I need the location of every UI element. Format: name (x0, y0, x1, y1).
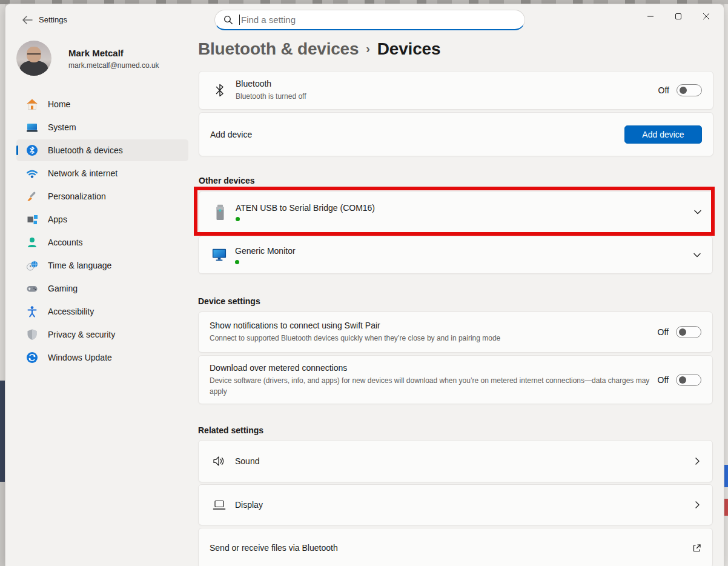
monitor-icon (212, 247, 227, 262)
maximize-button[interactable] (664, 4, 692, 28)
related-row-label: Display (235, 500, 263, 510)
related-row-sound[interactable]: Sound (198, 440, 713, 482)
sidebar-item-label: Gaming (48, 284, 78, 293)
gaming-icon (26, 282, 38, 295)
swift-pair-toggle[interactable] (676, 326, 701, 338)
page-title: Devices (377, 39, 440, 58)
device-row-aten[interactable]: ATEN USB to Serial Bridge (COM16) (199, 191, 713, 233)
breadcrumb: Bluetooth & devices›Devices (198, 39, 440, 59)
sidebar-item-label: Apps (48, 215, 67, 224)
background-app-right-strip (724, 4, 728, 566)
bluetooth-toggle-label: Off (658, 85, 669, 95)
system-icon (26, 121, 38, 133)
user-name: Mark Metcalf (68, 48, 124, 58)
metered-toggle-label: Off (658, 375, 669, 385)
search-box[interactable] (214, 10, 525, 30)
related-row-display[interactable]: Display (198, 484, 713, 525)
search-icon (223, 15, 233, 25)
sidebar-item-accounts[interactable]: Accounts (16, 231, 188, 253)
swift-pair-title: Show notifications to connect using Swif… (210, 321, 500, 330)
maximize-icon (675, 13, 682, 20)
sidebar-item-system[interactable]: System (16, 116, 188, 138)
sidebar-item-label: System (48, 122, 76, 132)
selected-indicator (16, 145, 18, 155)
metered-subtitle: Device software (drivers, info, and apps… (210, 375, 652, 397)
add-device-button[interactable]: Add device (624, 125, 702, 144)
sidebar-item-windows-update[interactable]: Windows Update (16, 347, 188, 368)
chevron-right-icon (693, 501, 701, 509)
minimize-icon (647, 13, 654, 20)
sidebar-nav: Home System Bluetooth & devices (12, 92, 193, 370)
swift-pair-row: Show notifications to connect using Swif… (198, 311, 713, 353)
sidebar-item-label: Bluetooth & devices (48, 145, 123, 155)
window-title: Settings (39, 15, 67, 24)
go-to-display-button[interactable] (693, 501, 701, 509)
personalization-icon (26, 190, 38, 202)
swift-pair-toggle-label: Off (658, 327, 669, 337)
chevron-down-icon (693, 251, 701, 259)
device-settings-heading: Device settings (198, 296, 260, 306)
go-to-sound-button[interactable] (693, 457, 701, 465)
sidebar-item-apps[interactable]: Apps (16, 208, 188, 230)
metered-download-row: Download over metered connections Device… (198, 355, 713, 404)
sidebar-item-gaming[interactable]: Gaming (16, 278, 188, 299)
external-link-icon (692, 544, 701, 553)
speaker-icon (213, 455, 226, 467)
expand-aten-button[interactable] (693, 208, 702, 216)
bluetooth-toggle-row[interactable]: Bluetooth Bluetooth is turned off Off (199, 71, 713, 110)
accounts-icon (26, 236, 38, 248)
user-email: mark.metcalf@numed.co.uk (68, 61, 159, 70)
breadcrumb-parent[interactable]: Bluetooth & devices (198, 39, 359, 58)
bluetooth-row-title: Bluetooth (236, 79, 306, 88)
bluetooth-glyph-icon (216, 84, 224, 97)
bluetooth-toggle[interactable] (677, 84, 702, 96)
chevron-right-icon (693, 457, 701, 465)
expand-monitor-button[interactable] (693, 251, 701, 259)
screen: Settings Mark Metca (0, 0, 728, 566)
sidebar-item-label: Accessibility (48, 307, 94, 316)
text-cursor (239, 15, 240, 25)
related-row-label: Sound (235, 456, 259, 466)
sidebar-item-home[interactable]: Home (16, 93, 188, 115)
apps-icon (26, 213, 38, 225)
window-controls (637, 4, 720, 28)
sidebar-item-time-language[interactable]: Time & language (16, 255, 188, 276)
minimize-button[interactable] (637, 4, 664, 28)
sidebar-item-privacy-security[interactable]: Privacy & security (16, 324, 188, 345)
device-status-dot (235, 260, 239, 264)
related-row-send-receive-files[interactable]: Send or receive files via Bluetooth (198, 528, 713, 566)
sidebar-item-label: Network & internet (48, 168, 117, 178)
privacy-icon (26, 328, 38, 341)
close-icon (703, 13, 710, 20)
other-devices-heading: Other devices (199, 176, 255, 185)
chevron-down-icon (693, 208, 702, 216)
back-button[interactable] (21, 15, 33, 25)
bluetooth-icon (26, 144, 38, 156)
device-row-generic-monitor[interactable]: Generic Monitor (198, 236, 713, 274)
avatar (16, 41, 51, 76)
sidebar-item-label: Accounts (48, 238, 83, 247)
sidebar-item-accessibility[interactable]: Accessibility (16, 301, 188, 322)
related-row-label: Send or receive files via Bluetooth (210, 543, 338, 553)
usb-device-icon (216, 204, 225, 221)
background-app-left-strip (0, 4, 5, 566)
accessibility-icon (26, 305, 38, 318)
sidebar-item-label: Privacy & security (48, 330, 115, 339)
back-arrow-icon (21, 15, 33, 25)
sidebar-item-personalization[interactable]: Personalization (16, 185, 188, 207)
bluetooth-row-subtitle: Bluetooth is turned off (236, 91, 306, 102)
time-language-icon (26, 259, 38, 271)
metered-toggle[interactable] (676, 374, 701, 386)
add-device-row: Add device Add device (199, 112, 713, 156)
sidebar-item-label: Personalization (48, 191, 106, 201)
account-summary[interactable]: Mark Metcalf mark.metcalf@numed.co.uk (15, 39, 191, 77)
search-input[interactable] (241, 15, 516, 25)
sidebar-item-bluetooth-devices[interactable]: Bluetooth & devices (16, 139, 188, 161)
network-icon (26, 167, 38, 179)
sidebar-item-network-internet[interactable]: Network & internet (16, 162, 188, 184)
close-button[interactable] (692, 4, 720, 28)
device-title: ATEN USB to Serial Bridge (COM16) (236, 203, 375, 213)
add-device-label: Add device (210, 130, 252, 139)
device-status-dot (236, 217, 240, 221)
open-bluetooth-transfer-button[interactable] (692, 544, 701, 553)
